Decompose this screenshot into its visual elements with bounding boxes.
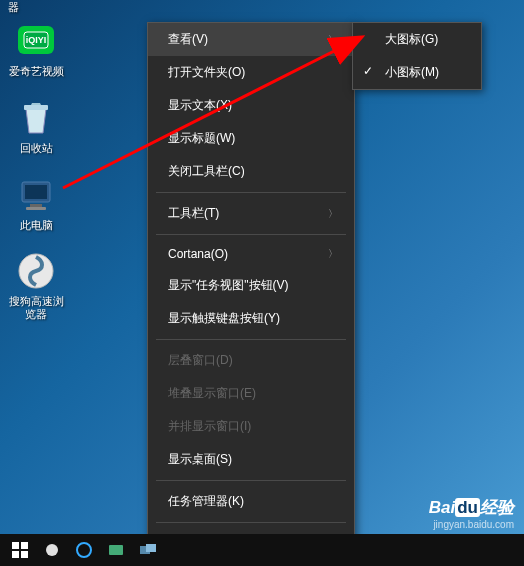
menu-label: 查看(V) [168,31,208,48]
chevron-right-icon: 〉 [328,247,338,261]
menu-separator [156,192,346,193]
menu-item-sidebyside: 并排显示窗口(I) [148,410,354,443]
check-icon: ✓ [363,64,373,78]
recycle-bin-icon [16,97,56,137]
svg-rect-14 [21,551,28,558]
menu-separator [156,234,346,235]
desktop-icon-this-pc[interactable]: 此电脑 [6,174,66,233]
desktop-icon-iqiyi[interactable]: iQIYI 爱奇艺视频 [6,20,66,79]
taskbar-app-1[interactable] [40,538,64,562]
menu-item-view[interactable]: 查看(V) 〉 [148,23,354,56]
menu-item-task-view-button[interactable]: 显示"任务视图"按钮(V) [148,269,354,302]
menu-item-task-manager[interactable]: 任务管理器(K) [148,485,354,518]
this-pc-icon [16,174,56,214]
iqiyi-icon: iQIYI [16,20,56,60]
submenu-label: 大图标(G) [385,32,438,46]
recycle-bin-label: 回收站 [20,141,53,156]
menu-label: 关闭工具栏(C) [168,163,245,180]
menu-label: 打开文件夹(O) [168,64,245,81]
svg-rect-5 [25,185,47,199]
menu-label: 任务管理器(K) [168,493,244,510]
watermark-logo: Baidu经验 [429,496,514,519]
menu-item-show-title[interactable]: 显示标题(W) [148,122,354,155]
watermark-url: jingyan.baidu.com [429,519,514,530]
svg-rect-11 [12,542,19,549]
menu-item-stacked: 堆叠显示窗口(E) [148,377,354,410]
svg-point-16 [77,543,91,557]
menu-label: 显示触摸键盘按钮(Y) [168,310,280,327]
svg-rect-13 [12,551,19,558]
sogou-browser-icon [16,251,56,291]
menu-item-show-text[interactable]: 显示文本(X) [148,89,354,122]
svg-rect-3 [24,105,48,110]
menu-item-cascade: 层叠窗口(D) [148,344,354,377]
chevron-right-icon: 〉 [328,207,338,221]
svg-rect-12 [21,542,28,549]
menu-item-toolbars[interactable]: 工具栏(T) 〉 [148,197,354,230]
menu-label: 显示桌面(S) [168,451,232,468]
truncated-icon-label: 器 [8,0,19,15]
taskbar-context-menu: 查看(V) 〉 打开文件夹(O) 显示文本(X) 显示标题(W) 关闭工具栏(C… [147,22,355,566]
svg-rect-17 [109,545,123,555]
watermark: Baidu经验 jingyan.baidu.com [429,496,514,530]
svg-point-15 [46,544,58,556]
menu-item-open-folder[interactable]: 打开文件夹(O) [148,56,354,89]
taskbar-app-2[interactable] [72,538,96,562]
watermark-prefix: Bai [429,498,455,517]
desktop-icons-column: iQIYI 爱奇艺视频 回收站 此电脑 搜狗高速浏 览器 [6,20,66,339]
iqiyi-label: 爱奇艺视频 [9,64,64,79]
svg-text:iQIYI: iQIYI [26,35,47,45]
taskbar-app-4[interactable] [136,538,160,562]
menu-label: 工具栏(T) [168,205,219,222]
menu-label: Cortana(O) [168,247,228,261]
view-submenu: 大图标(G) ✓ 小图标(M) [352,22,482,90]
sogou-label: 搜狗高速浏 览器 [6,295,66,321]
svg-rect-19 [146,544,156,552]
menu-item-close-toolbar[interactable]: 关闭工具栏(C) [148,155,354,188]
chevron-right-icon: 〉 [328,33,338,47]
menu-separator [156,339,346,340]
menu-label: 显示标题(W) [168,130,235,147]
menu-label: 层叠窗口(D) [168,352,233,369]
menu-item-touch-keyboard[interactable]: 显示触摸键盘按钮(Y) [148,302,354,335]
desktop-icon-recycle-bin[interactable]: 回收站 [6,97,66,156]
menu-label: 显示"任务视图"按钮(V) [168,277,289,294]
menu-label: 并排显示窗口(I) [168,418,251,435]
desktop-icon-sogou[interactable]: 搜狗高速浏 览器 [6,251,66,321]
menu-item-show-desktop[interactable]: 显示桌面(S) [148,443,354,476]
watermark-du: du [455,498,480,517]
menu-label: 显示文本(X) [168,97,232,114]
svg-rect-6 [30,204,42,207]
submenu-label: 小图标(M) [385,65,439,79]
submenu-item-large-icons[interactable]: 大图标(G) [353,23,481,56]
menu-separator [156,522,346,523]
start-button[interactable] [8,538,32,562]
svg-rect-7 [26,207,46,210]
this-pc-label: 此电脑 [20,218,53,233]
submenu-item-small-icons[interactable]: ✓ 小图标(M) [353,56,481,89]
taskbar[interactable] [0,534,524,566]
menu-item-cortana[interactable]: Cortana(O) 〉 [148,239,354,269]
taskbar-app-3[interactable] [104,538,128,562]
watermark-suffix: 经验 [480,498,514,517]
menu-label: 堆叠显示窗口(E) [168,385,256,402]
menu-separator [156,480,346,481]
